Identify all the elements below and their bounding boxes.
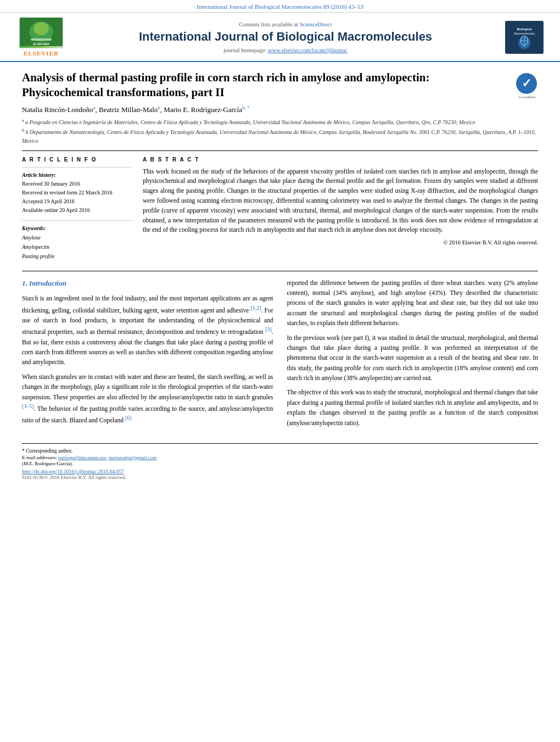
- keyword-2: Amylopectin: [22, 242, 132, 252]
- journal-center-header: Contents lists available at ScienceDirec…: [66, 21, 505, 53]
- keywords-list: Amylose Amylopectin Pasting profile: [22, 233, 132, 261]
- crossmark-label: CrossMark: [516, 95, 538, 99]
- article-dates: Received 30 January 2016 Received in rev…: [22, 180, 132, 215]
- ref-3: [3]: [265, 326, 272, 332]
- article-title: Analysis of thermal pasting profile in c…: [22, 70, 516, 101]
- body-columns: 1. Introduction Starch is an ingredient …: [22, 278, 538, 432]
- issn-line: 0141-8130/© 2016 Elsevier B.V. All right…: [22, 475, 538, 480]
- body-para-3: reported the difference between the past…: [287, 278, 539, 328]
- email-1-link[interactable]: marioga@fata.unam.mx: [58, 455, 106, 460]
- body-left-column: 1. Introduction Starch is an ingredient …: [22, 278, 273, 432]
- main-content: Analysis of thermal pasting profile in c…: [0, 62, 560, 491]
- author-1-sup: a: [93, 105, 96, 110]
- article-title-section: Analysis of thermal pasting profile in c…: [22, 70, 538, 101]
- crossmark-icon: ✓: [516, 73, 537, 94]
- author-3-sup: b, *: [242, 105, 250, 110]
- abstract-text: This work focused on the study of the be…: [143, 167, 538, 236]
- author-name-note: (M.E. Rodríguez-García).: [22, 461, 538, 466]
- journal-citation: International Journal of Biological Macr…: [197, 3, 363, 10]
- revised-date: Received in revised form 22 March 2016: [22, 188, 132, 197]
- svg-text:ELSEVIER: ELSEVIER: [33, 42, 49, 46]
- doi-link[interactable]: http://dx.doi.org/10.1016/j.ijbiomac.201…: [22, 469, 538, 475]
- svg-text:Macromolecules: Macromolecules: [514, 32, 535, 35]
- journal-header: ELSEVIER ELSEVIER Contents lists availab…: [0, 13, 560, 62]
- body-section: 1. Introduction Starch is an ingredient …: [22, 271, 538, 432]
- body-right-column: reported the difference between the past…: [287, 278, 539, 432]
- ref-6: [6]: [125, 415, 132, 421]
- abstract-title: A B S T R A C T: [143, 157, 538, 163]
- accepted-date: Accepted 19 April 2016: [22, 197, 132, 206]
- email-line: E-mail addresses: marioga@fata.unam.mx, …: [22, 455, 538, 460]
- ref-1-2: [1,2]: [250, 305, 261, 311]
- author-2-name: Beatriz Millan-Malo: [99, 105, 158, 114]
- contents-line: Contents lists available at ScienceDirec…: [77, 21, 494, 27]
- journal-logo-right: Biological Macromolecules: [505, 21, 544, 54]
- authors-line: Natalia Rincón-Londoñoa, Beatriz Millan-…: [22, 105, 538, 114]
- article-info-column: A R T I C L E I N F O Article history: R…: [22, 157, 132, 261]
- email-2-link[interactable]: mariarodga@gmail.com: [109, 455, 157, 460]
- journal-citation-bar: International Journal of Biological Macr…: [0, 0, 560, 13]
- keyword-3: Pasting profile: [22, 252, 132, 261]
- sciencedirect-link[interactable]: ScienceDirect: [300, 21, 332, 27]
- affiliation-a: a a Posgrado en Ciencias e Ingeniería de…: [22, 118, 538, 126]
- received-date: Received 30 January 2016: [22, 180, 132, 188]
- corresponding-note: * Corresponding author.: [22, 448, 538, 454]
- crossmark-badge: ✓ CrossMark: [516, 73, 538, 95]
- keywords-label: Keywords:: [22, 225, 132, 231]
- author-3-name: Mario E. Rodríguez-García: [164, 105, 242, 114]
- svg-text:Biological: Biological: [517, 27, 531, 31]
- available-date: Available online 20 April 2016: [22, 206, 132, 215]
- header-divider: [22, 150, 538, 151]
- body-para-5: The objective of this work was to study …: [287, 387, 539, 428]
- history-label: Article history:: [22, 172, 132, 178]
- elsevier-logo: ELSEVIER ELSEVIER: [16, 18, 66, 57]
- body-para-2: When starch granules are in contact with…: [22, 372, 273, 426]
- author-1-name: Natalia Rincón-Londoño: [22, 105, 93, 114]
- abstract-section: A B S T R A C T This work focused on the…: [143, 157, 538, 261]
- svg-point-2: [33, 22, 49, 35]
- journal-homepage-line: journal homepage: www.elsevier.com/locat…: [77, 47, 494, 53]
- elsevier-logo-image: ELSEVIER: [19, 18, 63, 48]
- body-para-1: Starch is an ingredient used in the food…: [22, 293, 273, 367]
- footer-area: * Corresponding author. E-mail addresses…: [22, 443, 538, 480]
- info-abstract-columns: A R T I C L E I N F O Article history: R…: [22, 157, 538, 261]
- homepage-link[interactable]: www.elsevier.com/locate/ijbiomac: [268, 47, 348, 53]
- journal-title: International Journal of Biological Macr…: [77, 30, 494, 44]
- keyword-1: Amylose: [22, 233, 132, 242]
- info-divider-2: [22, 220, 132, 221]
- affiliations: a a Posgrado en Ciencias e Ingeniería de…: [22, 118, 538, 145]
- elsevier-brand-text: ELSEVIER: [24, 50, 59, 57]
- info-divider-1: [22, 167, 132, 168]
- affiliation-b: b b Departamento de Nanotecnología, Cent…: [22, 127, 538, 144]
- ref-3-5: [3–5]: [22, 403, 34, 409]
- aff-a-label: a: [22, 118, 24, 123]
- aff-b-label: b: [22, 128, 24, 133]
- svg-rect-3: [31, 38, 52, 41]
- copyright-line: © 2016 Elsevier B.V. All rights reserved…: [143, 239, 538, 246]
- author-2-sup: b: [158, 105, 160, 110]
- body-para-4: In the previous work (see part I), it wa…: [287, 333, 539, 383]
- section-1-heading: 1. Introduction: [22, 278, 273, 289]
- article-info-title: A R T I C L E I N F O: [22, 157, 132, 163]
